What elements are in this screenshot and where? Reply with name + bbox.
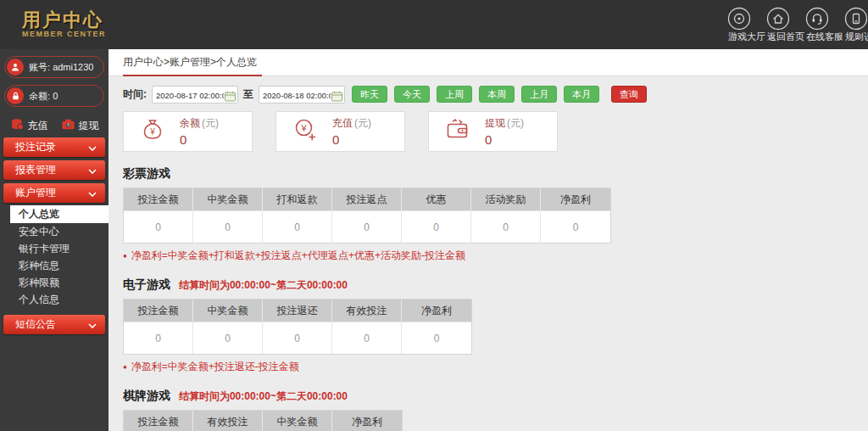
logo-subtitle: MEMBER CENTER	[22, 31, 106, 39]
lottery-section-title: 彩票游戏	[123, 166, 854, 182]
submenu-security-center[interactable]: 安全中心	[0, 223, 108, 240]
home-icon	[766, 7, 805, 31]
menu-report-management[interactable]: 报表管理	[3, 160, 105, 180]
recharge-button[interactable]: 充值	[10, 117, 48, 134]
column-header: 中奖金额	[193, 299, 263, 322]
quick-today-button[interactable]: 今天	[394, 86, 430, 103]
nav-game-hall[interactable]: 游戏大厅	[727, 7, 766, 43]
withdraw-card: 提现(元) 0	[428, 111, 558, 152]
column-header: 有效投注	[332, 299, 402, 322]
balance-value: 0	[53, 91, 58, 101]
calendar-icon[interactable]	[225, 90, 236, 105]
breadcrumb-bar: 用户中心>账户管理>个人总览	[108, 49, 868, 76]
account-box: 账号: admi1230	[4, 56, 104, 78]
cell-value: 0	[471, 210, 541, 243]
column-header: 投注退还	[263, 299, 332, 322]
main-content: 时间: 至 昨天 今天 上周 本周 上月 本月 查询	[108, 77, 868, 431]
date-to-field[interactable]	[259, 86, 345, 104]
column-header: 中奖金额	[193, 188, 263, 210]
electronic-formula-note: ● 净盈利=中奖金额+投注退还-投注金额	[123, 360, 854, 374]
stat-unit: (元)	[354, 117, 371, 129]
submenu-lottery-limit[interactable]: 彩种限额	[0, 274, 108, 291]
column-header: 净盈利	[332, 411, 402, 431]
menu-sms-announcement[interactable]: 短信公告	[3, 315, 105, 334]
to-label: 至	[243, 87, 253, 102]
cell-value: 0	[124, 210, 193, 243]
stat-unit: (元)	[202, 117, 219, 129]
balance-box: 余额: 0	[4, 85, 104, 107]
table-row: 0 0 0 0 0	[124, 322, 471, 354]
breadcrumb[interactable]: 用户中心>账户管理>个人总览	[123, 49, 262, 76]
svg-text:¥: ¥	[149, 127, 155, 137]
nav-label: 规则说明	[844, 31, 868, 43]
menu-label: 短信公告	[15, 317, 56, 332]
nav-rules[interactable]: 规则说明	[844, 7, 868, 43]
quick-last-month-button[interactable]: 上月	[521, 86, 557, 103]
nav-label: 返回首页	[766, 31, 805, 43]
logo: 用户中心 MEMBER CENTER	[0, 10, 106, 39]
chevron-down-icon	[88, 319, 97, 331]
column-header: 投注金额	[124, 188, 193, 210]
submenu-bank-card[interactable]: 银行卡管理	[0, 240, 108, 257]
wallet-red-icon: 0	[61, 117, 75, 134]
user-icon	[7, 59, 24, 76]
submenu-personal-overview[interactable]: 个人总览	[10, 205, 108, 223]
lottery-formula-note: ● 净盈利=中奖金额+打和返款+投注返点+代理返点+优惠+活动奖励-投注金额	[123, 249, 854, 263]
cell-value: 0	[124, 322, 193, 354]
chess-table: 投注金额 有效投注 中奖金额 净盈利 0 0 0 0	[123, 410, 403, 431]
search-button[interactable]: 查询	[611, 86, 647, 103]
table-header-row: 投注金额 中奖金额 投注退还 有效投注 净盈利	[124, 299, 471, 322]
note-text: 净盈利=中奖金额+投注退还-投注金额	[131, 360, 299, 374]
nav-customer-service[interactable]: 在线客服	[805, 7, 844, 43]
cell-value: 0	[332, 210, 402, 243]
menu-label: 报表管理	[15, 163, 56, 177]
submenu-lottery-info[interactable]: 彩种信息	[0, 257, 108, 274]
cell-value: 0	[402, 210, 471, 243]
cell-value: 0	[193, 210, 263, 243]
recharge-value: 0	[332, 132, 371, 147]
stat-unit: (元)	[507, 117, 524, 129]
logo-title: 用户中心	[22, 10, 106, 31]
quick-last-week-button[interactable]: 上周	[437, 86, 472, 103]
coins-icon	[10, 117, 25, 134]
quick-yesterday-button[interactable]: 昨天	[352, 86, 387, 103]
electronic-section-title: 电子游戏 结算时间为00:00:00~第二天00:00:00	[123, 277, 854, 293]
column-header: 净盈利	[541, 188, 610, 210]
cell-value: 0	[332, 322, 402, 354]
wallet-icon	[444, 116, 471, 147]
column-header: 投注金额	[124, 299, 193, 322]
customer-service-icon	[805, 7, 844, 31]
nav-home[interactable]: 返回首页	[766, 7, 805, 43]
settlement-time-note: 结算时间为00:00:00~第二天00:00:00	[179, 279, 348, 291]
nav-label: 在线客服	[805, 31, 844, 43]
submenu-personal-info[interactable]: 个人信息	[0, 291, 108, 308]
date-from-field[interactable]	[152, 86, 238, 104]
column-header: 投注金额	[124, 411, 193, 431]
column-header: 净盈利	[402, 299, 471, 322]
column-header: 优惠	[402, 188, 471, 210]
menu-bet-records[interactable]: 投注记录	[3, 137, 105, 157]
quick-this-month-button[interactable]: 本月	[564, 86, 599, 103]
member-center-screen: 用户中心 MEMBER CENTER 游戏大厅 返回首页	[0, 0, 868, 431]
withdraw-button[interactable]: 0 提现	[61, 117, 99, 134]
quick-this-week-button[interactable]: 本周	[479, 86, 515, 103]
settlement-time-note: 结算时间为00:00:00~第二天00:00:00	[179, 390, 348, 402]
section-title-text: 电子游戏	[123, 277, 170, 291]
account-label: 账号:	[29, 61, 50, 74]
column-header: 中奖金额	[263, 411, 332, 431]
bullet-icon: ●	[123, 363, 127, 371]
balance-card: ¥ 余额(元) 0	[123, 111, 253, 152]
svg-text:¥: ¥	[300, 123, 307, 133]
svg-text:0: 0	[67, 123, 70, 127]
date-filter-row: 时间: 至 昨天 今天 上周 本周 上月 本月 查询	[123, 85, 854, 104]
column-header: 打和返款	[263, 188, 332, 210]
stat-label: 提现	[485, 117, 505, 129]
section-title-text: 彩票游戏	[123, 166, 170, 180]
stat-label: 充值	[332, 117, 353, 129]
stat-label: 余额	[180, 117, 200, 129]
yen-plus-icon: ¥	[292, 116, 319, 147]
chevron-down-icon	[88, 142, 97, 154]
menu-label: 投注记录	[15, 140, 56, 154]
calendar-icon[interactable]	[331, 90, 342, 105]
menu-account-management[interactable]: 账户管理	[3, 183, 105, 203]
